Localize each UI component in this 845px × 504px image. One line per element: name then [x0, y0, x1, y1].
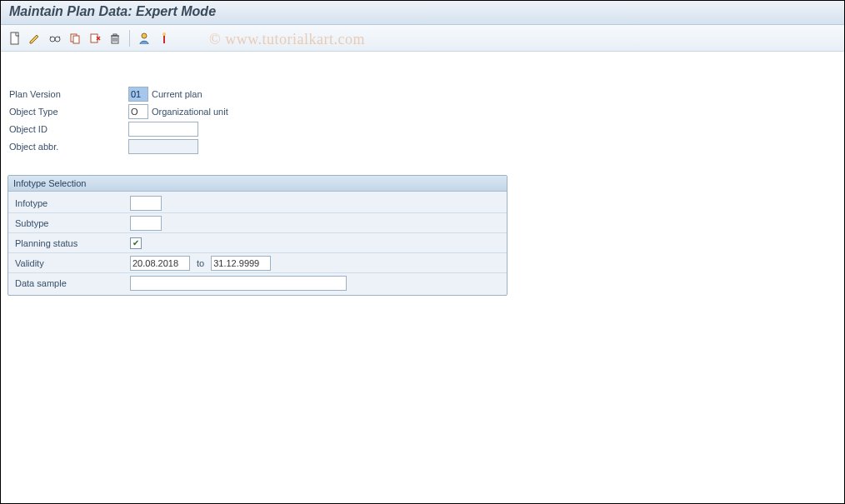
copy-button[interactable]	[66, 29, 84, 47]
data-sample-input[interactable]	[130, 276, 347, 291]
object-type-input[interactable]	[128, 104, 148, 119]
infotype-selection-group: Infotype Selection Infotype Subtype Plan…	[8, 175, 508, 296]
svg-rect-5	[73, 36, 79, 43]
edit-button[interactable]	[26, 29, 44, 47]
page-title: Maintain Plan Data: Expert Mode	[1, 1, 844, 25]
glasses-icon	[48, 32, 62, 45]
group-title: Infotype Selection	[8, 176, 507, 192]
svg-point-13	[142, 33, 147, 38]
person-icon	[138, 32, 151, 45]
infotype-input[interactable]	[130, 196, 162, 211]
infotype-label: Infotype	[13, 198, 130, 208]
object-type-desc: Organizational unit	[152, 107, 228, 117]
svg-rect-9	[113, 34, 117, 36]
pencil-icon	[28, 32, 42, 45]
planning-status-label: Planning status	[13, 238, 130, 248]
object-id-label: Object ID	[8, 124, 128, 134]
validity-to-input[interactable]	[211, 256, 271, 271]
delete-button[interactable]	[106, 29, 124, 47]
validity-to-label: to	[197, 258, 204, 268]
validity-from-input[interactable]	[130, 256, 190, 271]
overview-button[interactable]	[135, 29, 153, 47]
new-doc-icon	[8, 32, 22, 45]
object-type-label: Object Type	[8, 107, 128, 117]
toolbar-separator	[129, 30, 130, 47]
data-sample-label: Data sample	[13, 278, 130, 288]
subtype-label: Subtype	[13, 218, 130, 228]
new-doc-button[interactable]	[6, 29, 24, 47]
delimit-button[interactable]	[86, 29, 104, 47]
object-id-input[interactable]	[128, 122, 198, 137]
plan-version-label: Plan Version	[8, 89, 128, 99]
svg-point-15	[162, 32, 166, 36]
wand-icon	[158, 32, 171, 45]
plan-version-input[interactable]	[128, 87, 148, 102]
object-abbr-input[interactable]	[128, 139, 198, 154]
svg-rect-6	[91, 34, 98, 42]
copy-icon	[68, 32, 82, 45]
toolbar	[1, 25, 844, 52]
change-button[interactable]	[155, 29, 173, 47]
form-area: Plan Version Current plan Object Type Or…	[1, 52, 844, 302]
object-abbr-label: Object abbr.	[8, 142, 128, 152]
subtype-input[interactable]	[130, 216, 162, 231]
svg-rect-0	[11, 32, 18, 44]
delimit-icon	[88, 32, 102, 45]
display-button[interactable]	[46, 29, 64, 47]
trash-icon	[108, 32, 122, 45]
plan-version-desc: Current plan	[152, 89, 202, 99]
validity-label: Validity	[13, 258, 130, 268]
planning-status-checkbox[interactable]	[130, 237, 142, 249]
